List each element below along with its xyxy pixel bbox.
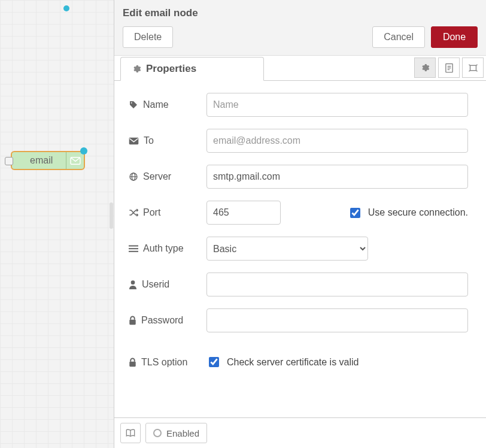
toggle-indicator-icon (153, 429, 162, 437)
userid-input[interactable] (206, 273, 468, 296)
svg-point-10 (131, 102, 132, 104)
tabs-row: Properties (114, 56, 486, 81)
tab-properties[interactable]: Properties (120, 57, 264, 81)
panel-footer: Enabled (114, 417, 486, 448)
label-tls: TLS option (129, 357, 206, 368)
tab-appearance-button[interactable] (462, 57, 484, 78)
svg-line-7 (476, 64, 477, 65)
wire-endpoint[interactable] (63, 5, 69, 11)
book-icon (126, 429, 135, 437)
tab-label: Properties (146, 63, 196, 75)
svg-rect-20 (129, 361, 135, 366)
shuffle-icon (129, 208, 138, 217)
email-node[interactable]: email (11, 151, 85, 170)
row-to: To (129, 129, 468, 153)
label-port: Port (129, 207, 206, 218)
list-icon (129, 245, 138, 253)
password-input[interactable] (206, 308, 468, 332)
node-label: email (12, 155, 66, 166)
done-button[interactable]: Done (431, 26, 478, 48)
panel-title: Edit email node (123, 7, 478, 19)
label-to: To (129, 135, 206, 146)
envelope-icon (129, 137, 139, 145)
svg-rect-16 (129, 248, 138, 249)
envelope-icon (66, 152, 84, 169)
svg-line-6 (469, 64, 470, 65)
panel-header: Edit email node Delete Cancel Done (114, 0, 486, 56)
row-userid: Userid (129, 273, 468, 296)
delete-button[interactable]: Delete (123, 26, 173, 48)
cancel-button[interactable]: Cancel (372, 26, 425, 48)
user-icon (129, 280, 137, 289)
port-input[interactable] (206, 201, 281, 225)
tls-check-option[interactable]: Check server certificate is valid (206, 355, 359, 369)
svg-rect-11 (129, 137, 139, 144)
server-input[interactable] (206, 165, 468, 189)
row-port: Port Use secure connection. (129, 201, 468, 225)
row-server: Server (129, 165, 468, 189)
label-name: Name (129, 99, 206, 110)
document-icon (445, 63, 454, 73)
enabled-toggle[interactable]: Enabled (145, 423, 207, 443)
panel-actions: Delete Cancel Done (123, 26, 478, 48)
svg-point-18 (131, 280, 135, 284)
row-name: Name (129, 93, 468, 117)
gear-icon (132, 64, 141, 74)
svg-line-9 (476, 70, 477, 71)
tls-checkbox[interactable] (209, 357, 219, 367)
svg-rect-19 (129, 320, 135, 325)
secure-connection-option[interactable]: Use secure connection. (348, 206, 468, 220)
secure-checkbox[interactable] (350, 208, 360, 218)
panel-resize-handle[interactable] (110, 202, 113, 229)
label-authtype: Auth type (129, 243, 206, 254)
label-userid: Userid (129, 279, 206, 290)
tab-description-button[interactable] (438, 57, 460, 78)
svg-rect-17 (129, 250, 138, 252)
name-input[interactable] (206, 93, 468, 117)
globe-icon (129, 172, 138, 181)
lock-icon (129, 316, 136, 325)
editor-panel: Edit email node Delete Cancel Done Prope… (114, 0, 486, 448)
svg-rect-5 (470, 65, 476, 71)
appearance-icon (468, 63, 478, 72)
authtype-select[interactable]: Basic (206, 237, 368, 261)
tag-icon (129, 100, 138, 110)
svg-rect-15 (129, 245, 138, 246)
node-input-port[interactable] (5, 157, 13, 165)
lock-icon (129, 358, 136, 367)
gear-icon (420, 63, 430, 72)
label-server: Server (129, 171, 206, 182)
svg-line-8 (469, 70, 470, 71)
row-tls: TLS option Check server certificate is v… (129, 355, 468, 369)
tab-gear-button[interactable] (414, 57, 436, 78)
show-info-button[interactable] (120, 423, 141, 443)
row-password: Password (129, 308, 468, 332)
node-output-port[interactable] (80, 147, 87, 155)
row-authtype: Auth type Basic (129, 237, 468, 261)
label-password: Password (129, 315, 206, 326)
to-input[interactable] (206, 129, 468, 153)
form-area: Name To Server (114, 81, 486, 417)
